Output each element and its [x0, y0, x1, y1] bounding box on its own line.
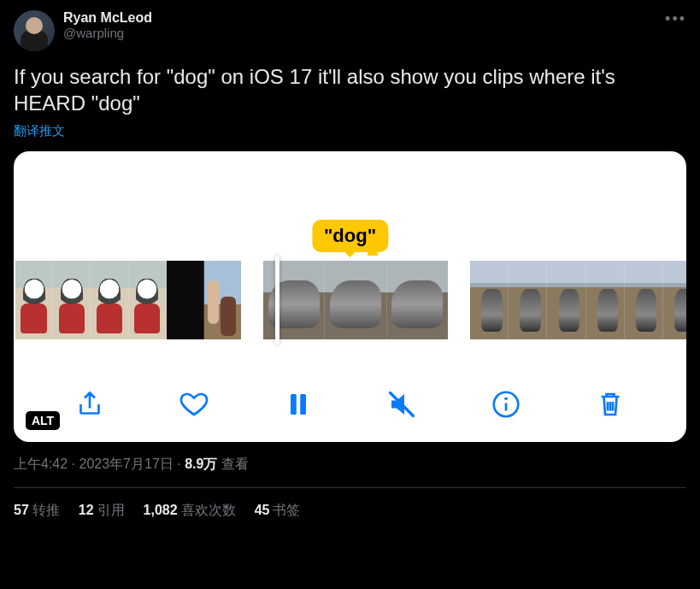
views-count: 8.9万: [185, 456, 217, 471]
alt-badge[interactable]: ALT: [26, 411, 60, 430]
mute-icon[interactable]: [385, 387, 419, 421]
more-options-icon[interactable]: •••: [665, 10, 686, 28]
clip-frame: [167, 261, 204, 339]
translate-link[interactable]: 翻译推文: [14, 123, 686, 139]
clip-frame: [53, 261, 91, 339]
clip-group-3[interactable]: [470, 261, 686, 339]
svg-rect-0: [291, 394, 297, 415]
playhead[interactable]: [275, 256, 279, 345]
pause-icon[interactable]: [281, 387, 315, 421]
svg-rect-1: [300, 394, 306, 415]
author-names[interactable]: Ryan McLeod @warpling: [63, 10, 152, 40]
bookmarks-stat[interactable]: 45书签: [255, 502, 301, 520]
views-label: 查看: [217, 456, 248, 471]
clip-frame: [263, 261, 325, 339]
clip-frame: [663, 261, 686, 339]
trash-icon[interactable]: [593, 387, 627, 421]
clip-frame: [509, 261, 547, 339]
clip-group-2[interactable]: [263, 261, 448, 339]
tweet-header: Ryan McLeod @warpling •••: [14, 10, 686, 51]
playhead-marker: [368, 252, 378, 256]
tweet-stats: 57转推 12引用 1,082喜欢次数 45书签: [14, 488, 686, 520]
share-icon[interactable]: [73, 387, 107, 421]
clip-frame: [470, 261, 509, 339]
info-icon[interactable]: [489, 387, 523, 421]
clip-group-1[interactable]: [15, 261, 241, 339]
quotes-stat[interactable]: 12引用: [79, 502, 125, 520]
display-name: Ryan McLeod: [63, 10, 152, 26]
video-timeline[interactable]: [14, 261, 686, 339]
likes-stat[interactable]: 1,082喜欢次数: [144, 502, 236, 520]
clip-frame: [586, 261, 625, 339]
retweets-stat[interactable]: 57转推: [14, 502, 60, 520]
handle: @warpling: [63, 26, 152, 40]
search-tooltip: "dog": [312, 220, 388, 252]
media-toolbar: [14, 387, 686, 421]
tweet-text: If you search for "dog" on iOS 17 it'll …: [14, 63, 686, 116]
clip-frame: [15, 261, 53, 339]
heart-icon[interactable]: [177, 387, 211, 421]
clip-frame: [387, 261, 448, 339]
tweet-container: Ryan McLeod @warpling ••• If you search …: [0, 0, 700, 520]
tweet-date: 2023年7月17日: [79, 456, 173, 471]
clip-frame: [204, 261, 241, 339]
avatar[interactable]: [14, 10, 55, 51]
clip-frame: [91, 261, 128, 339]
media-card[interactable]: "dog": [14, 151, 686, 442]
tweet-meta[interactable]: 上午4:42 · 2023年7月17日 · 8.9万 查看: [14, 456, 686, 474]
clip-frame: [625, 261, 663, 339]
clip-frame: [547, 261, 585, 339]
clip-frame: [129, 261, 167, 339]
clip-frame: [325, 261, 386, 339]
tweet-time: 上午4:42: [14, 456, 68, 471]
svg-point-5: [504, 398, 508, 401]
